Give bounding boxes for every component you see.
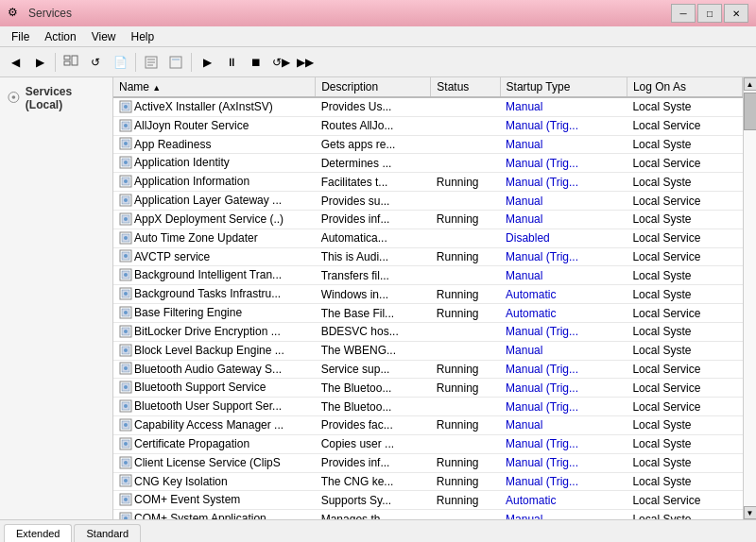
table-row[interactable]: Background Intelligent Tran...Transfers …	[113, 266, 743, 285]
window-controls: ─ □ ✕	[671, 4, 748, 23]
svg-point-67	[124, 442, 128, 446]
table-row[interactable]: Bluetooth Audio Gateway S...Service sup.…	[113, 360, 743, 379]
show-console-tree-button[interactable]	[60, 51, 82, 74]
svg-point-46	[124, 311, 128, 314]
svg-point-34	[124, 236, 128, 240]
svg-point-28	[124, 198, 128, 202]
table-row[interactable]: Capability Access Manager ...Provides fa…	[113, 416, 743, 435]
refresh-button[interactable]: ↺	[84, 51, 107, 74]
title-bar: ⚙ Services ─ □ ✕	[0, 0, 756, 26]
toolbar-separator-3	[191, 53, 192, 72]
window-title: Services	[28, 7, 72, 20]
table-body: ActiveX Installer (AxInstSV)Provides Us.…	[113, 97, 743, 519]
sidebar: Services (Local)	[0, 77, 113, 519]
menu-action[interactable]: Action	[37, 28, 83, 45]
table-row[interactable]: Application IdentityDetermines ...Manual…	[113, 154, 743, 173]
table-row[interactable]: App ReadinessGets apps re...ManualLocal …	[113, 135, 743, 154]
tab-standard[interactable]: Standard	[74, 524, 141, 542]
table-row[interactable]: Application InformationFacilitates t...R…	[113, 173, 743, 192]
toolbar-separator-1	[55, 53, 56, 72]
table-row[interactable]: COM+ System ApplicationManages th...Manu…	[113, 510, 743, 519]
svg-point-55	[124, 366, 128, 370]
svg-point-16	[124, 124, 128, 127]
scroll-down-button[interactable]: ▼	[744, 506, 757, 519]
minimize-button[interactable]: ─	[671, 4, 696, 23]
col-header-logon[interactable]: Log On As	[627, 77, 742, 97]
svg-point-22	[124, 161, 128, 164]
sidebar-title-text: Services (Local)	[26, 85, 105, 111]
svg-point-43	[124, 292, 128, 296]
svg-point-31	[124, 217, 128, 221]
svg-point-64	[124, 423, 128, 427]
maximize-button[interactable]: □	[697, 4, 722, 23]
svg-rect-1	[64, 61, 70, 65]
svg-point-40	[124, 273, 128, 277]
menu-bar: File Action View Help	[0, 26, 756, 47]
tab-extended[interactable]: Extended	[4, 524, 72, 542]
main-area: Services (Local) Name ▲ Description Stat…	[0, 77, 756, 519]
app-icon: ⚙	[8, 6, 23, 21]
content-area: Name ▲ Description Status Startup Type L…	[113, 77, 743, 519]
table-row[interactable]: AppX Deployment Service (..)Provides inf…	[113, 210, 743, 229]
svg-point-73	[124, 479, 128, 483]
table-row[interactable]: Certificate PropagationCopies user ...Ma…	[113, 434, 743, 453]
table-row[interactable]: BitLocker Drive Encryption ...BDESVC hos…	[113, 322, 743, 341]
resume-service-button[interactable]: ▶▶	[294, 51, 317, 74]
table-row[interactable]: Auto Time Zone UpdaterAutomatica...Disab…	[113, 229, 743, 247]
svg-rect-7	[170, 57, 181, 68]
col-header-startup[interactable]: Startup Type	[500, 77, 627, 97]
scroll-thumb[interactable]	[744, 93, 757, 130]
svg-point-58	[124, 385, 128, 389]
scroll-track[interactable]	[744, 91, 757, 506]
start-service-button[interactable]: ▶	[196, 51, 218, 74]
svg-point-52	[124, 348, 128, 352]
toolbar: ◀ ▶ ↺ 📄 ▶ ⏸ ⏹ ↺▶ ▶▶	[0, 47, 756, 77]
table-row[interactable]: Bluetooth Support ServiceThe Bluetoo...R…	[113, 379, 743, 398]
svg-point-49	[124, 330, 128, 333]
table-row[interactable]: Block Level Backup Engine ...The WBENG..…	[113, 341, 743, 360]
back-button[interactable]: ◀	[4, 51, 26, 74]
svg-rect-0	[64, 56, 70, 59]
stop-service-button[interactable]: ⏹	[245, 51, 267, 74]
table-row[interactable]: CNG Key IsolationThe CNG ke...RunningMan…	[113, 472, 743, 491]
table-row[interactable]: Client License Service (ClipSProvides in…	[113, 453, 743, 472]
table-row[interactable]: AVCTP serviceThis is Audi...RunningManua…	[113, 247, 743, 266]
export-button[interactable]: 📄	[109, 51, 131, 74]
forward-button[interactable]: ▶	[28, 51, 51, 74]
properties-button[interactable]	[140, 51, 163, 74]
svg-point-76	[124, 498, 128, 501]
menu-help[interactable]: Help	[124, 28, 163, 45]
svg-point-37	[124, 254, 128, 258]
table-row[interactable]: AllJoyn Router ServiceRoutes AllJo...Man…	[113, 116, 743, 135]
table-header-row: Name ▲ Description Status Startup Type L…	[113, 77, 743, 97]
menu-file[interactable]: File	[4, 28, 37, 45]
svg-point-19	[124, 142, 128, 145]
services-local-icon	[8, 91, 20, 104]
col-header-description[interactable]: Description	[316, 77, 431, 97]
help-button[interactable]	[164, 51, 187, 74]
vertical-scrollbar[interactable]: ▲ ▼	[743, 77, 756, 519]
svg-point-70	[124, 461, 128, 465]
toolbar-separator-2	[135, 53, 136, 72]
table-row[interactable]: ActiveX Installer (AxInstSV)Provides Us.…	[113, 97, 743, 116]
pause-service-button[interactable]: ⏸	[220, 51, 243, 74]
svg-point-25	[124, 179, 128, 183]
scroll-up-button[interactable]: ▲	[744, 77, 757, 91]
table-row[interactable]: Background Tasks Infrastru...Windows in.…	[113, 285, 743, 304]
table-row[interactable]: Bluetooth User Support Ser...The Bluetoo…	[113, 398, 743, 416]
bottom-tabs: Extended Standard	[0, 519, 756, 542]
table-row[interactable]: Application Layer Gateway ...Provides su…	[113, 192, 743, 211]
svg-point-10	[12, 95, 16, 99]
svg-rect-2	[72, 56, 77, 65]
close-button[interactable]: ✕	[724, 4, 748, 23]
col-header-status[interactable]: Status	[431, 77, 500, 97]
table-row[interactable]: COM+ Event SystemSupports Sy...RunningAu…	[113, 491, 743, 510]
table-scroll[interactable]: Name ▲ Description Status Startup Type L…	[113, 77, 743, 519]
services-table: Name ▲ Description Status Startup Type L…	[113, 77, 743, 519]
table-row[interactable]: Base Filtering EngineThe Base Fil...Runn…	[113, 304, 743, 323]
svg-point-61	[124, 404, 128, 408]
menu-view[interactable]: View	[84, 28, 124, 45]
restart-service-button[interactable]: ↺▶	[269, 51, 292, 74]
col-header-name[interactable]: Name ▲	[113, 77, 316, 97]
svg-point-13	[124, 105, 128, 109]
